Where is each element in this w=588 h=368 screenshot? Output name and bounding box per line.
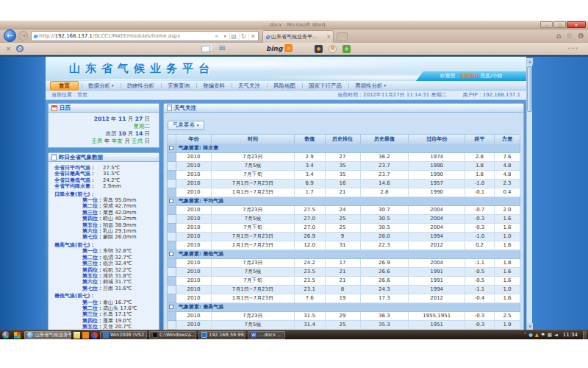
weather-rank-item: 第四位：崂山 40.2mm bbox=[54, 216, 156, 222]
address-dropdown-icon[interactable]: ▾ bbox=[222, 34, 228, 38]
stop-icon[interactable]: × bbox=[248, 33, 257, 40]
element-group-row[interactable]: 气象要素: 降水量 bbox=[168, 144, 520, 152]
back-button[interactable]: ← bbox=[4, 29, 16, 42]
element-group-row[interactable]: 气象要素: 最低气温 bbox=[168, 250, 520, 258]
taskbar-button-3[interactable]: 192.168.59.99… bbox=[198, 331, 245, 339]
table-row[interactable]: 20107月5候23.52126.61991-0.51.6 bbox=[168, 267, 520, 276]
menu-item-8[interactable]: 周期性分析▾ bbox=[348, 82, 392, 90]
scroll-down-icon[interactable]: ▼ bbox=[527, 323, 533, 330]
new-tab-button[interactable] bbox=[337, 32, 348, 41]
compatibility-icon[interactable]: ▤ bbox=[229, 33, 237, 40]
table-cell: 1990 bbox=[409, 170, 465, 179]
camera-addon-icon[interactable] bbox=[315, 45, 323, 53]
browser-viewport: 山东省气候业务平台 欢迎您，admin 先生/小姐 首页数据分析▾韵律性分析灾害… bbox=[0, 55, 588, 330]
pinned-app2-icon[interactable] bbox=[91, 332, 98, 339]
maximize-button[interactable]: ▢ bbox=[553, 21, 566, 28]
table-row[interactable]: 20107月下旬23.52126.61991-0.51.6 bbox=[168, 276, 520, 285]
table-row[interactable]: 20107月23日27.52430.72004-0.72.0 bbox=[168, 205, 520, 214]
toolbar-close-icon[interactable]: × bbox=[6, 46, 11, 52]
weather-section-title: 最高气温(前七)： bbox=[54, 242, 156, 248]
table-row[interactable]: 20101月1日~7月23日7.61917.32012-0.41.6 bbox=[168, 294, 520, 302]
taskbar-button-4[interactable]: W….docx … bbox=[248, 331, 285, 339]
search-icon[interactable]: ⌕ bbox=[212, 32, 220, 40]
page-content: 山东省气候业务平台 欢迎您，admin 先生/小姐 首页数据分析▾韵律性分析灾害… bbox=[46, 57, 526, 330]
tray-monitor-icon[interactable]: ▦ bbox=[548, 331, 552, 339]
taskbar-clock[interactable]: 11:34 bbox=[563, 332, 578, 338]
cards-addon-icon[interactable] bbox=[201, 45, 211, 52]
weather-rank-item: 第一位：泰山 16.7℃ bbox=[54, 300, 156, 305]
tab-close-icon[interactable]: × bbox=[326, 34, 331, 40]
profile-addon-icon[interactable] bbox=[329, 45, 337, 53]
settings-gear-icon[interactable]: ⚙ bbox=[578, 31, 584, 41]
taskbar-button-0[interactable]: 山东省气候业务平… bbox=[24, 331, 71, 339]
checkbox[interactable] bbox=[169, 199, 173, 203]
table-row[interactable]: 20107月1日~7月23日23.1824.31994-1.11.0 bbox=[168, 285, 520, 294]
table-cell: 1.0 bbox=[494, 285, 520, 294]
pinned-app-icon[interactable] bbox=[82, 332, 89, 339]
quick-launch-icon[interactable] bbox=[14, 332, 21, 339]
refresh-icon[interactable]: ↻ bbox=[239, 33, 247, 40]
column-header: 距平 bbox=[465, 134, 495, 144]
table-row[interactable]: 20107月1日~7月23日6.91614.61957-1.02.3 bbox=[168, 179, 520, 188]
mail-icon[interactable]: ✉ bbox=[219, 44, 225, 52]
table-row[interactable]: 20107月下旬3.43523.719901.84.8 bbox=[168, 170, 520, 179]
main-panel-header[interactable]: 天气关注 bbox=[163, 103, 524, 113]
weather-panel-header[interactable]: 昨日全省气象数据 bbox=[48, 152, 159, 162]
tray-chevron-icon[interactable]: ˄ bbox=[524, 331, 526, 339]
home-icon[interactable]: ⌂ bbox=[556, 31, 561, 41]
tray-speaker-icon[interactable]: ◄ bbox=[554, 331, 558, 339]
menu-item-7[interactable]: 国家下行产品 bbox=[302, 82, 348, 90]
menu-item-5[interactable]: 天气关注 bbox=[232, 82, 267, 90]
checkbox[interactable] bbox=[169, 146, 173, 150]
close-button[interactable]: × bbox=[567, 21, 586, 28]
taskbar-button-2[interactable]: C:\Windows\s… bbox=[149, 331, 196, 339]
taskbar-button-1[interactable]: Win2008 (VS2… bbox=[100, 331, 147, 339]
table-row[interactable]: 20107月下旬27.02530.52004-0.31.6 bbox=[168, 223, 520, 232]
start-button[interactable] bbox=[1, 330, 10, 339]
tray-action-center-flag-icon[interactable]: ⚑ bbox=[541, 331, 545, 339]
checkbox[interactable] bbox=[169, 252, 173, 256]
table-row[interactable]: 20101月1日~7月23日1.7212.81990-0.10.4 bbox=[168, 188, 520, 197]
table-cell: 2010 bbox=[176, 161, 211, 170]
messenger-addon-icon[interactable] bbox=[343, 45, 351, 53]
tray-network-globe-icon[interactable]: ● bbox=[528, 331, 533, 339]
table-row[interactable]: 20107月5候3.43523.719901.84.8 bbox=[168, 161, 520, 170]
element-group-row[interactable]: 气象要素: 平均气温 bbox=[168, 197, 520, 205]
checkbox[interactable] bbox=[169, 305, 173, 309]
bing-search-widget[interactable]: bing ⌕ bbox=[266, 44, 293, 52]
explorer-taskbar-icon[interactable] bbox=[74, 332, 80, 339]
favorites-star-icon[interactable]: ☆ bbox=[566, 31, 573, 41]
table-row[interactable]: 20101月1日~7月23日12.03122.320120.21.6 bbox=[168, 241, 520, 250]
menu-item-6[interactable]: 风险地图 bbox=[267, 82, 302, 90]
page-scrollbar[interactable]: ▲ ▼ bbox=[526, 58, 532, 330]
tray-ime-icon[interactable]: ▲ bbox=[535, 331, 539, 339]
menu-item-1[interactable]: 数据分析▾ bbox=[82, 82, 121, 90]
rank-value: 崂山 40.2mm bbox=[103, 216, 136, 222]
menu-item-4[interactable]: 整编资料 bbox=[196, 82, 232, 90]
scrollbar-thumb[interactable] bbox=[527, 66, 532, 112]
show-desktop-button[interactable] bbox=[583, 331, 587, 339]
table-row[interactable]: 20107月23日31.52936.31955,1951-0.32.5 bbox=[168, 311, 520, 320]
bing-search-icon[interactable]: ⌕ bbox=[284, 44, 293, 52]
table-row[interactable]: 20107月1日~7月23日26.9928.01994-1.01.0 bbox=[168, 232, 520, 241]
rank-label: 第六位： bbox=[82, 228, 103, 234]
address-bar[interactable]: e http://192.168.137.1/GLCCLIMATE/module… bbox=[31, 31, 259, 41]
menu-item-3[interactable]: 灾害查询 bbox=[161, 82, 196, 90]
menu-item-0[interactable]: 首页 bbox=[50, 81, 79, 91]
scroll-up-icon[interactable]: ▲ bbox=[527, 58, 533, 65]
overflow-dots-icon[interactable]: ••• bbox=[568, 46, 579, 52]
table-row[interactable]: 20107月23日24.21726.92004-1.11.8 bbox=[168, 258, 520, 267]
weather-summary-value: 24.2℃ bbox=[103, 177, 120, 183]
rank-label: 第一位： bbox=[82, 197, 103, 203]
table-row[interactable]: 20107月5候27.02530.52004-0.31.6 bbox=[168, 214, 520, 223]
table-row[interactable]: 20107月23日2.92736.219742.87.6 bbox=[168, 152, 520, 161]
forward-button[interactable]: → bbox=[18, 31, 28, 40]
blocked-content-icon[interactable] bbox=[16, 45, 24, 52]
element-group-row[interactable]: 气象要素: 最高气温 bbox=[168, 302, 520, 311]
browser-tab[interactable]: e 山东省气候业务平… × bbox=[262, 30, 334, 43]
menu-item-2[interactable]: 韵律性分析 bbox=[121, 82, 162, 90]
element-filter-button[interactable]: 气象要素 ▾ bbox=[168, 121, 204, 130]
minimize-button[interactable]: – bbox=[540, 21, 553, 28]
table-row[interactable]: 20107月5候31.42535.31951-0.31.9 bbox=[168, 320, 520, 329]
calendar-panel-header[interactable]: 日历 bbox=[48, 103, 159, 113]
